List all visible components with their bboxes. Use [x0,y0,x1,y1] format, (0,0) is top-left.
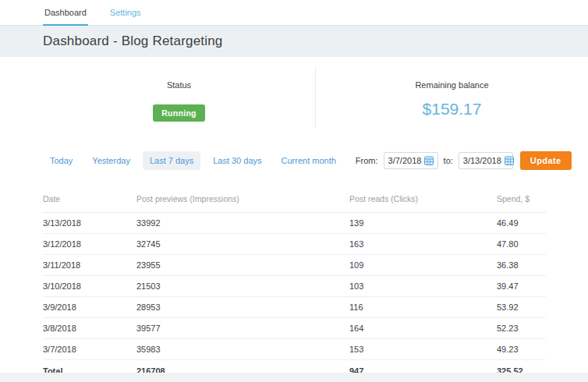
balance-label: Remaining balance [415,80,488,90]
cell-impressions: 35983 [136,339,349,360]
cell-date: 3/11/2018 [43,255,136,276]
from-date-input[interactable]: 3/7/2018 [384,152,438,169]
table-row: 3/10/2018 21503 103 39.47 [43,276,546,297]
balance-panel: Remaining balance $159.17 [316,57,588,138]
from-date-value: 3/7/2018 [388,156,422,165]
table-row: 3/12/2018 32745 163 47.80 [43,234,546,255]
title-bar: Dashboard - Blog Retargeting [0,26,588,57]
cell-date: 3/10/2018 [43,276,136,297]
cell-impressions: 33992 [136,213,349,234]
table-row: 3/9/2018 28953 116 53.92 [43,297,546,318]
cell-clicks: 163 [349,234,497,255]
table-row: 3/8/2018 39577 164 52.23 [43,318,546,339]
column-header-impressions: Post previews (Impressions) [136,188,349,213]
page-title: Dashboard - Blog Retargeting [43,34,223,49]
cell-clicks: 109 [349,255,497,276]
table-header-row: Date Post previews (Impressions) Post re… [43,188,546,213]
summary-section: Status Running Remaining balance $159.17 [0,57,588,138]
calendar-icon[interactable] [424,156,434,165]
cell-clicks: 116 [349,297,497,318]
preset-last-7-days[interactable]: Last 7 days [143,151,200,170]
update-button[interactable]: Update [520,151,572,170]
tab-settings[interactable]: Settings [108,8,143,25]
to-date-input[interactable]: 3/13/2018 [459,152,513,169]
table-row: 3/13/2018 33992 139 46.49 [43,213,546,234]
preset-today[interactable]: Today [43,151,80,170]
status-label: Status [167,80,191,90]
to-date-value: 3/13/2018 [463,156,501,165]
footer-strip [0,373,588,382]
stats-table: Date Post previews (Impressions) Post re… [43,188,546,382]
cell-impressions: 23955 [136,255,349,276]
tab-bar: Dashboard Settings [0,0,588,26]
cell-spend: 53.92 [497,297,546,318]
cell-date: 3/13/2018 [43,213,136,234]
cell-spend: 39.47 [497,276,546,297]
to-label: to: [444,156,453,165]
column-header-clicks: Post reads (Clicks) [349,188,497,213]
cell-impressions: 32745 [136,234,349,255]
cell-date: 3/12/2018 [43,234,136,255]
cell-clicks: 164 [349,318,497,339]
cell-date: 3/7/2018 [43,339,136,360]
cell-date: 3/9/2018 [43,297,136,318]
table-row: 3/7/2018 35983 153 49.23 [43,339,546,360]
cell-clicks: 153 [349,339,497,360]
table-row: 3/11/2018 23955 109 36.38 [43,255,546,276]
cell-spend: 52.23 [497,318,546,339]
status-panel: Status Running [43,57,315,138]
cell-date: 3/8/2018 [43,318,136,339]
column-header-date: Date [43,188,136,213]
cell-clicks: 103 [349,276,497,297]
cell-spend: 46.49 [497,213,546,234]
cell-spend: 36.38 [497,255,546,276]
balance-value: $159.17 [423,100,482,118]
cell-clicks: 139 [349,213,497,234]
calendar-icon[interactable] [505,156,514,165]
from-label: From: [356,156,378,165]
preset-last-30-days[interactable]: Last 30 days [206,151,268,170]
column-header-spend: Spend, $ [497,188,546,213]
preset-yesterday[interactable]: Yesterday [85,151,137,170]
cell-impressions: 28953 [136,297,349,318]
status-badge: Running [153,104,205,122]
cell-impressions: 21503 [136,276,349,297]
tab-dashboard[interactable]: Dashboard [43,8,88,25]
cell-spend: 47.80 [497,234,546,255]
cell-impressions: 39577 [136,318,349,339]
filter-bar: Today Yesterday Last 7 days Last 30 days… [0,138,588,172]
cell-spend: 49.23 [497,339,546,360]
preset-current-month[interactable]: Current month [275,151,343,170]
